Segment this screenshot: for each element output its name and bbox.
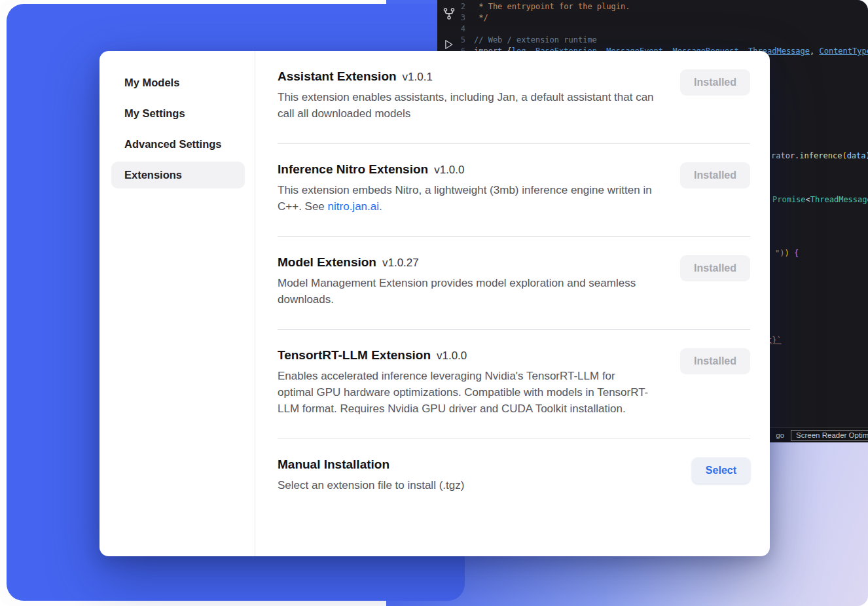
select-button[interactable]: Select — [692, 457, 750, 484]
sidebar-item-advanced-settings[interactable]: Advanced Settings — [111, 131, 245, 158]
sidebar-item-my-models[interactable]: My Models — [111, 69, 245, 96]
code-line: 5// Web / extension runtime — [437, 35, 868, 46]
code-lines: 2 * The entrypoint for the plugin.3 */45… — [437, 1, 868, 57]
row-info: Assistant Extensionv1.0.1This extension … — [278, 69, 654, 122]
screen-reader-optimized-badge[interactable]: Screen Reader Optimize — [791, 430, 868, 441]
row-model-extension: Model Extensionv1.0.27Model Management E… — [278, 236, 750, 329]
extension-description: Model Management Extension provides mode… — [278, 276, 654, 308]
installed-button[interactable]: Installed — [680, 162, 750, 188]
row-inference-nitro-extension: Inference Nitro Extensionv1.0.0This exte… — [278, 143, 750, 236]
row-heading: Manual Installation — [278, 457, 464, 472]
extension-version: v1.0.0 — [437, 349, 467, 362]
extension-title: Inference Nitro Extension — [278, 162, 428, 176]
row-heading: Inference Nitro Extensionv1.0.0 — [278, 162, 654, 177]
extension-title: Manual Installation — [278, 457, 389, 471]
row-info: Manual InstallationSelect an extension f… — [278, 457, 464, 494]
row-heading: TensortRT-LLM Extensionv1.0.0 — [278, 348, 654, 363]
code-line: 3 */ — [437, 12, 868, 24]
line-number: 2 — [437, 1, 474, 12]
row-info: Inference Nitro Extensionv1.0.0This exte… — [278, 162, 654, 215]
code-fragment: ")) { — [775, 248, 799, 258]
line-number: 4 — [437, 24, 474, 35]
installed-button[interactable]: Installed — [680, 348, 750, 374]
settings-sidebar: My ModelsMy SettingsAdvanced SettingsExt… — [99, 51, 255, 556]
extension-description: Enables accelerated inference leveraging… — [278, 368, 654, 418]
row-heading: Model Extensionv1.0.27 — [278, 255, 654, 270]
extension-description: This extension embeds Nitro, a lightweig… — [278, 183, 654, 215]
status-language-text[interactable]: go — [776, 431, 784, 439]
row-heading: Assistant Extensionv1.0.1 — [278, 69, 654, 84]
code-line: 4 — [437, 24, 868, 35]
row-info: Model Extensionv1.0.27Model Management E… — [278, 255, 654, 308]
code-line: 2 * The entrypoint for the plugin. — [437, 1, 868, 12]
row-manual-installation: Manual InstallationSelect an extension f… — [278, 438, 750, 515]
extension-title: Model Extension — [278, 255, 376, 269]
sidebar-item-extensions[interactable]: Extensions — [111, 162, 245, 188]
extension-description: This extension enables assistants, inclu… — [278, 90, 654, 122]
line-number: 5 — [437, 35, 474, 46]
link-nitro-jan-ai[interactable]: nitro.jan.ai. — [328, 200, 382, 213]
sidebar-item-my-settings[interactable]: My Settings — [111, 100, 245, 127]
code-fragment: rator.inference(data)); — [771, 151, 868, 161]
line-number: 3 — [437, 12, 474, 24]
code-fragment: Promise<ThreadMessage> — [772, 194, 868, 205]
installed-button[interactable]: Installed — [680, 69, 750, 96]
extensions-list: Assistant Extensionv1.0.1This extension … — [255, 51, 770, 556]
row-info: TensortRT-LLM Extensionv1.0.0Enables acc… — [278, 348, 654, 418]
extension-version: v1.0.1 — [403, 71, 433, 83]
row-tensortrt-llm-extension: TensortRT-LLM Extensionv1.0.0Enables acc… — [278, 329, 750, 438]
screenshot-scene: 2 * The entrypoint for the plugin.3 */45… — [0, 0, 868, 606]
extension-title: Assistant Extension — [278, 69, 397, 83]
extension-version: v1.0.0 — [434, 164, 464, 176]
extension-version: v1.0.27 — [382, 257, 419, 269]
extension-title: TensortRT-LLM Extension — [278, 348, 431, 362]
row-assistant-extension: Assistant Extensionv1.0.1This extension … — [278, 51, 750, 143]
installed-button[interactable]: Installed — [680, 255, 750, 281]
settings-card: My ModelsMy SettingsAdvanced SettingsExt… — [99, 51, 770, 556]
extension-description: Select an extension file to install (.tg… — [278, 478, 464, 494]
